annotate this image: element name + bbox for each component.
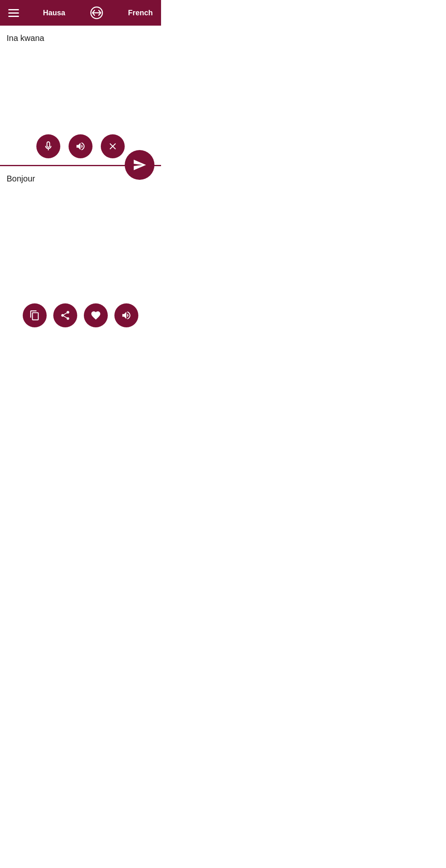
input-section: Ina kwana (0, 26, 161, 166)
share-icon (60, 310, 71, 321)
target-language-label[interactable]: French (128, 9, 153, 17)
copy-button[interactable] (23, 303, 47, 327)
output-section: Bonjour (0, 166, 161, 336)
input-text[interactable]: Ina kwana (7, 32, 154, 44)
microphone-icon (43, 141, 54, 152)
share-button[interactable] (53, 303, 77, 327)
input-speaker-icon (75, 141, 86, 152)
input-speaker-button[interactable] (69, 134, 93, 158)
heart-icon (90, 310, 101, 321)
translate-button[interactable] (125, 150, 154, 180)
output-speaker-icon (121, 310, 132, 321)
header: Hausa French (0, 0, 161, 26)
output-speaker-button[interactable] (114, 303, 138, 327)
menu-button[interactable] (8, 9, 19, 17)
clear-icon (107, 141, 118, 152)
source-language-label[interactable]: Hausa (43, 9, 65, 17)
input-controls (36, 134, 125, 158)
copy-icon (29, 310, 40, 321)
translate-icon (133, 158, 147, 172)
favorite-button[interactable] (84, 303, 108, 327)
clear-button[interactable] (101, 134, 125, 158)
microphone-button[interactable] (36, 134, 60, 158)
app-container: Hausa French Ina kwana (0, 0, 161, 336)
swap-languages-icon[interactable] (89, 5, 104, 20)
output-controls (23, 303, 138, 327)
